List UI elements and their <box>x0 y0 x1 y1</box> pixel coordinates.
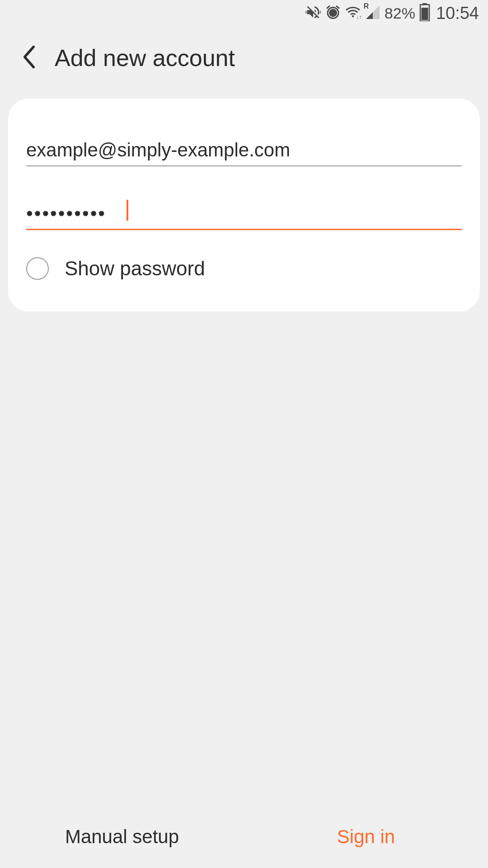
bottom-actions: Manual setup Sign in <box>0 806 488 868</box>
manual-setup-button[interactable]: Manual setup <box>0 826 244 848</box>
wifi-icon: ↓↑ <box>345 4 361 22</box>
svg-point-0 <box>329 9 337 17</box>
page-title: Add new account <box>55 44 235 71</box>
clock-time: 10:54 <box>436 4 479 23</box>
show-password-row[interactable]: Show password <box>26 257 462 280</box>
svg-point-1 <box>352 15 354 18</box>
mute-vibrate-icon <box>305 4 321 22</box>
text-cursor <box>127 200 128 221</box>
app-header: Add new account <box>0 26 488 99</box>
signal-icon: R <box>365 4 381 22</box>
status-bar: ↓↑ R 82% 10:54 <box>0 0 488 26</box>
password-input[interactable] <box>26 198 462 230</box>
svg-text:↓↑: ↓↑ <box>356 14 361 20</box>
roaming-label: R <box>364 2 369 10</box>
password-field-group <box>26 198 462 230</box>
form-card: Show password <box>8 99 480 311</box>
back-button[interactable] <box>20 44 37 71</box>
alarm-icon <box>325 4 341 22</box>
battery-percent: 82% <box>385 5 415 22</box>
sign-in-button[interactable]: Sign in <box>244 826 488 848</box>
status-icons: ↓↑ R 82% 10:54 <box>305 3 479 23</box>
show-password-label: Show password <box>65 257 205 280</box>
show-password-checkbox[interactable] <box>26 257 49 280</box>
battery-icon <box>419 3 431 23</box>
svg-rect-5 <box>421 8 428 20</box>
email-input[interactable] <box>26 135 462 166</box>
email-field-group <box>26 135 462 166</box>
